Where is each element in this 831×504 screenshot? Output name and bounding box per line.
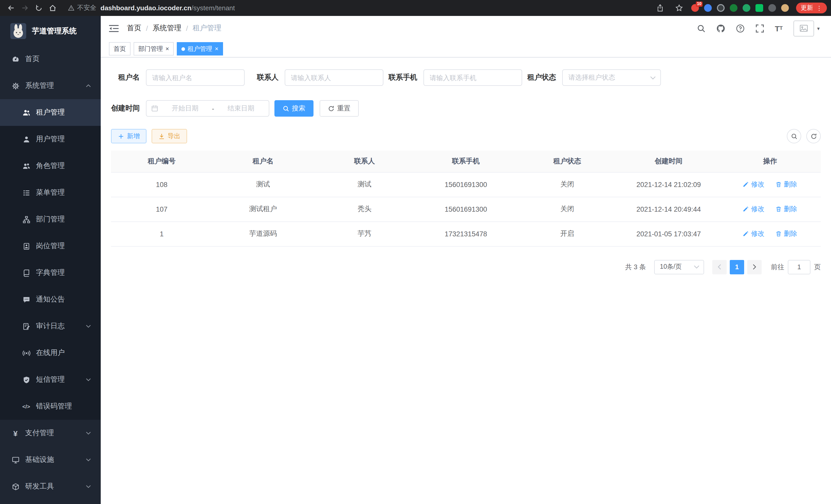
chevron-down-icon xyxy=(694,265,699,269)
cell-contact: 测试 xyxy=(314,172,415,197)
sidebar: 芋道管理系统 首页 系统管理 租户管理 xyxy=(0,16,101,504)
sidebar-item[interactable]: 菜单管理 xyxy=(0,179,101,206)
add-button[interactable]: 新增 xyxy=(111,129,146,143)
page-number-button[interactable]: 1 xyxy=(730,260,744,274)
security-chip[interactable]: 不安全 xyxy=(68,4,96,12)
breadcrumb-item[interactable]: 系统管理 xyxy=(153,24,181,33)
cell-phone: 15601691300 xyxy=(415,197,517,221)
sidebar-item[interactable]: 在线用户 xyxy=(0,339,101,366)
reset-button[interactable]: 重置 xyxy=(320,100,359,117)
fullscreen-icon[interactable] xyxy=(755,24,764,33)
sidebar-item[interactable]: </> 错误码管理 xyxy=(0,393,101,420)
github-icon[interactable] xyxy=(716,24,725,33)
sidebar-item[interactable]: 短信管理 xyxy=(0,366,101,393)
sidebar-item[interactable]: 首页 xyxy=(0,46,101,72)
delete-link[interactable]: 删除 xyxy=(775,180,797,189)
sidebar-item[interactable]: 租户管理 xyxy=(0,99,101,126)
pagination: 共 3 条 10条/页 1 前往 页 xyxy=(111,260,821,274)
filter-form-row-2: 创建时间 开始日期 - 结束日期 搜索 重置 xyxy=(111,100,821,117)
tab-close-icon[interactable]: × xyxy=(215,46,219,52)
extension-icon[interactable]: 10 xyxy=(691,4,699,12)
sidebar-item[interactable]: 通知公告 xyxy=(0,286,101,313)
select-placeholder: 请选择租户状态 xyxy=(568,73,615,82)
post-badge-icon xyxy=(22,242,30,250)
tab[interactable]: 部门管理 × xyxy=(134,42,174,56)
extension-icon[interactable] xyxy=(755,4,763,12)
filter-contact: 联系人 xyxy=(250,69,383,86)
reload-button[interactable] xyxy=(32,1,46,15)
app-logo-row[interactable]: 芋道管理系统 xyxy=(0,16,101,46)
sidebar-toggle-button[interactable] xyxy=(109,24,119,33)
infra-monitor-icon xyxy=(11,456,20,464)
cell-phone: 15601691300 xyxy=(415,172,517,197)
tab-label: 租户管理 xyxy=(188,45,212,53)
kebab-menu-icon[interactable]: ⋮ xyxy=(816,4,822,11)
url-path: /system/tenant xyxy=(192,4,235,12)
column-header: 联系手机 xyxy=(415,151,517,172)
edit-link[interactable]: 修改 xyxy=(743,229,765,238)
export-button[interactable]: 导出 xyxy=(152,129,187,143)
status-select[interactable]: 请选择租户状态 xyxy=(562,69,661,86)
page-size-select[interactable]: 10条/页 xyxy=(654,260,704,274)
share-button[interactable] xyxy=(653,1,667,15)
extension-icon[interactable] xyxy=(743,4,750,12)
address-bar[interactable]: 不安全 dashboard.yudao.iocoder.cn/system/te… xyxy=(60,4,653,12)
edit-pencil-icon xyxy=(743,181,749,187)
sidebar-item[interactable]: 字典管理 xyxy=(0,260,101,286)
profile-avatar-icon[interactable] xyxy=(781,4,789,12)
phone-input[interactable] xyxy=(424,69,522,86)
sidebar-item[interactable]: 岗位管理 xyxy=(0,233,101,260)
sidebar-item[interactable]: 系统管理 xyxy=(0,72,101,99)
extension-icon[interactable] xyxy=(730,4,738,12)
contact-input[interactable] xyxy=(285,69,383,86)
delete-link[interactable]: 删除 xyxy=(775,229,797,238)
refresh-button[interactable] xyxy=(806,129,821,143)
extension-icon[interactable] xyxy=(704,4,712,12)
edit-link[interactable]: 修改 xyxy=(743,205,765,214)
forward-button[interactable] xyxy=(18,1,32,15)
delete-link[interactable]: 删除 xyxy=(775,205,797,214)
user-avatar[interactable]: ▾ xyxy=(794,20,820,36)
sidebar-item[interactable]: 部门管理 xyxy=(0,206,101,233)
update-button[interactable]: 更新⋮ xyxy=(796,3,827,13)
back-button[interactable] xyxy=(4,1,18,15)
breadcrumb-item[interactable]: 首页 xyxy=(127,24,141,33)
search-icon[interactable] xyxy=(697,24,705,33)
refresh-icon xyxy=(810,133,817,140)
date-range-picker[interactable]: 开始日期 - 结束日期 xyxy=(146,100,269,117)
tenant-name-input[interactable] xyxy=(146,69,245,86)
field-label: 联系手机 xyxy=(389,73,417,82)
show-search-button[interactable] xyxy=(787,129,801,143)
navbar-actions: TT ▾ xyxy=(697,20,820,36)
table-body: 108 测试 测试 15601691300 关闭 2021-12-14 21:0… xyxy=(111,172,821,246)
chevron-icon xyxy=(86,432,91,435)
sidebar-item[interactable]: 用户管理 xyxy=(0,126,101,153)
menu-list-icon xyxy=(22,188,30,197)
field-label: 创建时间 xyxy=(111,104,140,113)
extensions-puzzle-icon[interactable] xyxy=(768,4,776,12)
font-size-icon[interactable]: TT xyxy=(775,24,783,32)
extension-icon[interactable] xyxy=(717,4,725,12)
cell-contact: 秃头 xyxy=(314,197,415,221)
cell-tenant-name: 测试 xyxy=(212,172,314,197)
prev-page-button[interactable] xyxy=(712,260,727,274)
filter-phone: 联系手机 xyxy=(389,69,522,86)
tab[interactable]: 租户管理 × xyxy=(177,42,223,56)
bookmark-star-button[interactable] xyxy=(672,1,686,15)
browser-chrome: 不安全 dashboard.yudao.iocoder.cn/system/te… xyxy=(0,0,831,16)
sidebar-item[interactable]: ¥ 支付管理 xyxy=(0,420,101,446)
sidebar-item[interactable]: 基础设施 xyxy=(0,446,101,473)
sidebar-item[interactable]: 角色管理 xyxy=(0,153,101,179)
tab[interactable]: 首页 × xyxy=(109,42,131,56)
home-button[interactable] xyxy=(46,1,60,15)
filter-tenant-name: 租户名 xyxy=(111,69,245,86)
sidebar-item[interactable]: 研发工具 xyxy=(0,473,101,500)
tab-label: 首页 xyxy=(114,45,126,53)
tab-close-icon[interactable]: × xyxy=(166,46,169,52)
edit-link[interactable]: 修改 xyxy=(743,180,765,189)
goto-page-input[interactable] xyxy=(788,260,810,274)
help-icon[interactable] xyxy=(736,24,744,33)
search-button[interactable]: 搜索 xyxy=(275,100,314,117)
sidebar-item[interactable]: 审计日志 xyxy=(0,313,101,339)
next-page-button[interactable] xyxy=(747,260,762,274)
